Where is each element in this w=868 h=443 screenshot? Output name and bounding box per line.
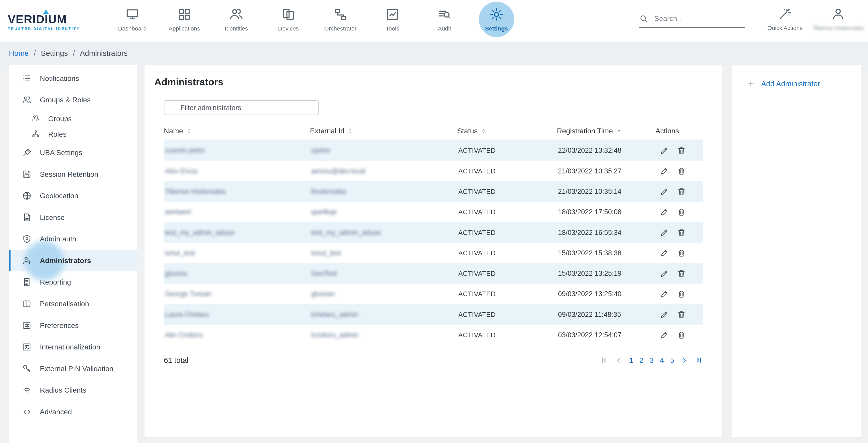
search-input[interactable] [653,14,739,23]
table-row[interactable]: ionut_testionut_testACTIVATED15/03/2022 … [164,243,703,263]
delete-button[interactable] [677,269,686,277]
edit-button[interactable] [660,269,669,277]
next-page-button[interactable] [680,356,689,364]
sort-both-icon[interactable] [347,128,353,134]
identities-icon [229,7,244,22]
sidebar-item-admin-auth[interactable]: Admin auth [9,228,137,250]
table-row[interactable]: cosmin petrecpetreACTIVATED22/03/2022 13… [164,140,703,160]
page-1-button[interactable]: 1 [629,356,633,364]
nav-item-orchestrator[interactable]: Orchestrator [314,0,366,41]
user-name: Tiberius Hodoroaba [813,24,864,31]
edit-button[interactable] [660,167,669,175]
edit-button[interactable] [660,310,669,319]
sidebar-item-label: License [40,213,65,222]
sidebar-item-personalisation[interactable]: Personalisation [9,293,137,315]
delete-button[interactable] [677,167,686,175]
nav-item-applications[interactable]: Applications [158,0,210,41]
nav-item-identities[interactable]: Identities [210,0,262,41]
delete-button[interactable] [677,310,686,319]
table-row[interactable]: wertwertqwefkqeACTIVATED18/03/2022 17:50… [164,202,703,222]
geolocation-icon [22,191,32,200]
top-bar: VERIDIUM TRUSTED DIGITAL IDENTITY Dashbo… [0,0,868,41]
sort-both-icon[interactable] [480,128,487,134]
table-row[interactable]: Alex Enciuaenciu@dev.localACTIVATED21/03… [164,160,703,181]
first-page-button[interactable] [600,356,609,364]
devices-icon [281,7,296,22]
delete-button[interactable] [677,330,686,339]
nav-item-devices[interactable]: Devices [262,0,314,41]
header-status[interactable]: Status [457,127,557,135]
sidebar-item-geolocation[interactable]: Geolocation [9,185,137,207]
header-name[interactable]: Name [164,127,310,135]
delete-button[interactable] [677,248,686,257]
sidebar-item-administrators[interactable]: Administrators [9,250,137,271]
quick-actions-icon [778,7,792,21]
pagination: 12345 [600,356,703,364]
sidebar-item-roles[interactable]: Roles [9,126,137,142]
sidebar-item-notifications[interactable]: Notifications [9,67,137,89]
quick-actions-button[interactable]: Quick Actions [758,0,812,41]
sidebar-item-advanced[interactable]: Advanced [9,401,137,422]
edit-button[interactable] [660,228,669,237]
table-row[interactable]: gturescGeoTestACTIVATED15/03/2022 13:25:… [164,263,703,284]
status-badge: ACTIVATED [457,167,557,175]
sidebar-item-groups[interactable]: Groups [9,111,137,126]
sidebar-item-groups-roles[interactable]: Groups & Roles [9,89,137,111]
add-administrator-button[interactable]: Add Administrator [747,80,861,88]
header-external-id[interactable]: External Id [310,127,457,135]
filter-administrators-input[interactable] [164,100,319,115]
sort-both-icon[interactable] [186,128,192,134]
breadcrumb-home[interactable]: Home [9,49,29,57]
edit-button[interactable] [660,187,669,196]
delete-button[interactable] [677,187,686,196]
delete-button[interactable] [677,228,686,237]
page-2-button[interactable]: 2 [640,356,644,364]
page-5-button[interactable]: 5 [670,356,674,364]
edit-button[interactable] [660,290,669,298]
sidebar-item-reporting[interactable]: Reporting [9,271,137,293]
nav-item-tools[interactable]: Tools [367,0,418,41]
sort-desc-icon[interactable] [616,127,622,134]
breadcrumb-settings[interactable]: Settings [41,49,68,57]
sidebar-item-preferences[interactable]: Preferences [9,315,137,336]
page-4-button[interactable]: 4 [660,356,664,364]
delete-button[interactable] [677,146,686,155]
sidebar-item-label: Roles [48,130,66,138]
edit-button[interactable] [660,146,669,155]
admin-name: wertwert [165,208,191,216]
sidebar-item-uba-settings[interactable]: UBA Settings [9,142,137,164]
quick-actions-label: Quick Actions [767,24,802,31]
sidebar-item-radius-clients[interactable]: Radius Clients [9,379,137,401]
delete-button[interactable] [677,208,686,216]
sidebar-item-license[interactable]: License [9,207,137,228]
status-badge: ACTIVATED [457,270,557,277]
header-registration-time[interactable]: Registration Time [557,127,655,135]
admin-external-id: test_my_admin_aduse [311,229,381,236]
table-row[interactable]: test_my_admin_adusetest_my_admin_aduseAC… [164,222,703,242]
sidebar-item-internationalization[interactable]: Internationalization [9,336,137,358]
edit-button[interactable] [660,330,669,339]
sidebar-item-session-retention[interactable]: Session Retention [9,164,137,185]
session-retention-icon [22,170,32,179]
nav-item-audit[interactable]: Audit [418,0,470,41]
table-row[interactable]: Tiberius HodoroabathodoroabaACTIVATED21/… [164,181,703,202]
registration-time: 21/03/2022 10:35:27 [557,167,655,175]
table-row[interactable]: Laura Chelarulchelaru_adminACTIVATED09/0… [164,304,703,324]
last-page-button[interactable] [695,356,703,364]
table-body: cosmin petrecpetreACTIVATED22/03/2022 13… [145,140,722,345]
audit-icon [437,7,452,22]
status-badge: ACTIVATED [457,229,557,236]
admin-external-id: cpetre [311,147,330,154]
nav-item-settings[interactable]: Settings [470,0,522,41]
nav-item-dashboard[interactable]: Dashboard [106,0,158,41]
page-3-button[interactable]: 3 [650,356,654,364]
prev-page-button[interactable] [615,356,623,364]
edit-button[interactable] [660,208,669,216]
table-row[interactable]: George TureangtureanACTIVATED09/03/2022 … [164,284,703,304]
edit-button[interactable] [660,248,669,257]
column-header-label: External Id [310,127,344,135]
user-menu[interactable]: Tiberius Hodoroaba [811,0,865,41]
sidebar-item-external-pin-validation[interactable]: External PIN Validation [9,358,137,379]
delete-button[interactable] [677,290,686,298]
table-row[interactable]: Alin Croitorulcroitoru_adminACTIVATED03/… [164,325,703,345]
